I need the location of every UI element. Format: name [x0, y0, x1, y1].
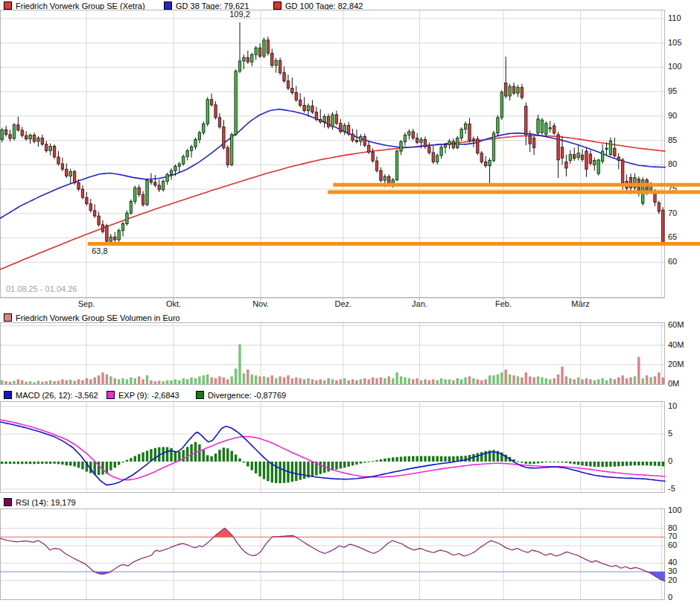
month-label: Dez. — [334, 299, 351, 308]
divergence-bar — [238, 459, 241, 462]
rsi-axis-label: 60 — [668, 540, 677, 549]
volume-bar — [223, 377, 225, 384]
price-axis-label: 105 — [668, 38, 681, 47]
candle-body — [375, 161, 378, 170]
volume-bar — [275, 378, 277, 384]
divergence-bar — [585, 462, 588, 466]
candle-body — [206, 100, 209, 124]
volume-bar — [206, 374, 209, 384]
chart-canvas[interactable]: 1101051009590858075706560109,263,8Sep.Ok… — [0, 0, 700, 606]
volume-bar — [477, 379, 479, 384]
divergence-bar — [243, 462, 245, 462]
macd-axis-label: 10 — [668, 401, 677, 410]
rsi-axis-label: 40 — [668, 558, 677, 567]
candle-body — [1, 130, 3, 139]
volume-bar — [569, 378, 571, 384]
volume-bar — [649, 377, 652, 384]
divergence-bar — [605, 462, 608, 467]
candle-body — [480, 153, 483, 162]
candle-body — [77, 183, 80, 190]
volume-bar — [17, 379, 19, 384]
candle-body — [384, 176, 386, 180]
candle-body — [408, 132, 410, 135]
divergence-bar — [291, 462, 293, 482]
candle-body — [238, 61, 241, 71]
divergence-bar — [251, 462, 253, 471]
candle-body — [404, 135, 406, 141]
volume-bar — [198, 377, 200, 384]
price-axis-label: 65 — [668, 232, 677, 241]
volume-bar — [594, 380, 596, 384]
candle-body — [93, 211, 95, 216]
divergence-bar — [549, 462, 551, 462]
volume-bar — [303, 379, 305, 384]
divergence-bar — [126, 460, 128, 462]
volume-bar — [537, 377, 539, 384]
volume-bar — [464, 377, 466, 384]
candle-body — [351, 134, 354, 141]
candle-body — [489, 160, 491, 165]
divergence-bar — [66, 462, 68, 465]
volume-bar — [416, 378, 418, 384]
divergence-bar — [529, 462, 531, 464]
rsi-axis-label: 0 — [668, 593, 672, 602]
volume-bar — [500, 372, 503, 384]
candle-body — [223, 127, 225, 147]
candle-body — [662, 210, 664, 242]
volume-bar — [25, 382, 27, 384]
divergence-bar — [642, 462, 644, 465]
divergence-bar — [432, 456, 434, 462]
volume-bar — [654, 377, 656, 384]
candle-body — [569, 155, 571, 161]
volume-bar — [452, 380, 454, 384]
divergence-bar — [69, 462, 71, 465]
divergence-bar — [545, 462, 547, 462]
volume-bar — [295, 377, 297, 384]
candle-body — [492, 133, 494, 161]
divergence-bar — [53, 462, 55, 464]
divergence-bar — [327, 462, 329, 471]
candle-body — [13, 125, 15, 138]
divergence-bar — [448, 456, 451, 462]
volume-bar — [126, 379, 128, 384]
divergence-bar — [4, 462, 7, 464]
high-annotation: 109,2 — [229, 10, 250, 19]
divergence-bar — [412, 456, 414, 462]
volume-bar — [646, 375, 648, 384]
divergence-bar — [658, 462, 660, 466]
candle-body — [226, 147, 229, 165]
candle-body — [500, 92, 503, 118]
candle-body — [9, 135, 11, 138]
volume-bar — [178, 380, 180, 384]
price-axis-label: 70 — [668, 208, 677, 217]
volume-bar — [392, 378, 394, 384]
volume-bar — [49, 380, 51, 384]
divergence-bar — [649, 462, 652, 465]
chart-window: Friedrich Vorwerk Group SE (Xetra) GD 38… — [0, 0, 700, 606]
volume-bar — [170, 380, 172, 384]
volume-bar — [347, 380, 349, 384]
volume-bar — [573, 379, 576, 384]
candle-body — [210, 100, 212, 105]
divergence-bar — [335, 462, 337, 470]
volume-bar — [98, 375, 100, 384]
candle-body — [573, 155, 576, 159]
volume-bar — [557, 374, 559, 384]
volume-bar — [29, 381, 31, 384]
candle-body — [363, 136, 366, 145]
volume-bar — [420, 380, 422, 384]
divergence-bar — [162, 447, 164, 462]
divergence-bar — [49, 462, 51, 464]
divergence-bar — [130, 458, 132, 462]
volume-bar — [166, 380, 168, 384]
divergence-bar — [629, 462, 631, 466]
candle-body — [258, 48, 261, 56]
candle-body — [609, 141, 611, 154]
divergence-bar — [182, 450, 185, 462]
divergence-bar — [206, 455, 209, 462]
candle-body — [452, 141, 454, 148]
volume-bar — [243, 374, 245, 384]
candle-body — [69, 172, 71, 176]
divergence-bar — [537, 462, 539, 463]
candle-body — [246, 57, 249, 62]
